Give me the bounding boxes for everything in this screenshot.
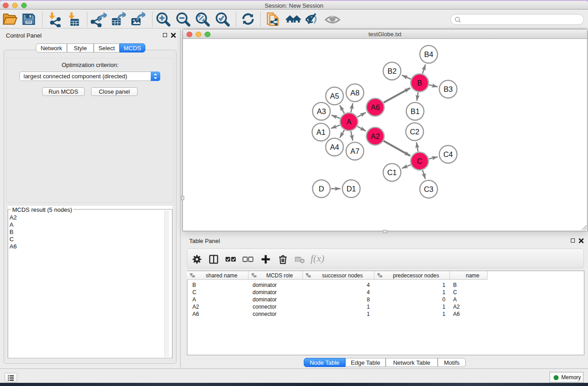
svg-text:A: A [346, 118, 351, 126]
svg-text:B4: B4 [424, 50, 433, 58]
svg-text:C3: C3 [424, 185, 433, 193]
svg-text:C4: C4 [443, 150, 453, 158]
svg-text:A5: A5 [330, 92, 339, 100]
svg-text:A8: A8 [350, 89, 359, 97]
svg-text:A3: A3 [317, 107, 326, 115]
svg-text:B2: B2 [387, 67, 397, 75]
svg-text:C2: C2 [410, 128, 419, 136]
svg-text:B3: B3 [444, 85, 453, 93]
svg-text:C1: C1 [387, 168, 397, 176]
svg-text:D1: D1 [346, 185, 356, 193]
svg-text:A6: A6 [371, 103, 380, 111]
svg-text:A2: A2 [371, 132, 380, 140]
svg-text:A7: A7 [350, 147, 359, 155]
svg-text:A4: A4 [330, 143, 339, 151]
svg-text:D: D [319, 185, 324, 193]
svg-text:B: B [417, 79, 422, 87]
svg-text:B1: B1 [411, 107, 420, 115]
svg-text:C: C [417, 157, 422, 165]
svg-text:A1: A1 [316, 128, 325, 136]
